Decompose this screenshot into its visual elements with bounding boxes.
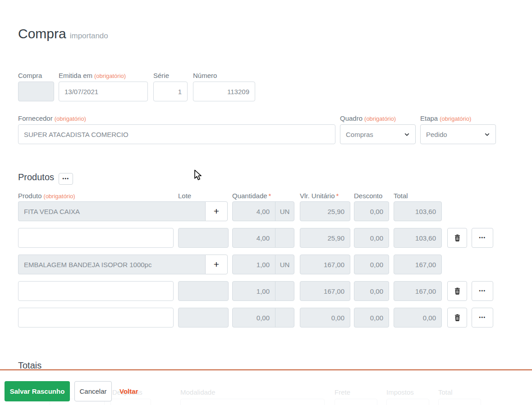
quantity-field: 0,00 — [232, 308, 294, 328]
product-search-input[interactable] — [18, 308, 174, 328]
numero-input[interactable] — [193, 82, 255, 101]
required-tag: (obrigatório) — [364, 115, 396, 122]
mouse-cursor-icon — [194, 169, 202, 182]
product-name-group: EMBALAGEM BANDEJA ISOPOR 1000pc + — [18, 255, 228, 274]
table-row: FITA VEDA CAIXA + 4,00 UN 25,90 0,00 103… — [0, 201, 532, 221]
total-field: 167,00 — [394, 255, 442, 274]
unit-field: UN — [275, 202, 294, 221]
unit-field — [275, 282, 294, 300]
plus-icon: + — [214, 206, 219, 217]
cancel-button[interactable]: Cancelar — [74, 381, 112, 401]
quantity-field: 1,00 — [232, 281, 294, 301]
col-desconto-header: Desconto — [354, 192, 382, 200]
ellipsis-icon: ••• — [479, 236, 486, 240]
col-total-header: Total — [394, 192, 408, 200]
footer-action-bar: Salvar Rascunho Cancelar Voltar — [0, 369, 532, 405]
total-field: 103,60 — [394, 201, 442, 221]
etapa-label: Etapa(obrigatório) — [420, 114, 471, 122]
ellipsis-icon: ••• — [62, 177, 69, 181]
row-options-button[interactable]: ••• — [472, 281, 493, 301]
quantity-field: 4,00 — [232, 228, 294, 248]
quadro-label: Quadro(obrigatório) — [340, 114, 396, 122]
required-tag: (obrigatório) — [44, 193, 75, 200]
total-field: 103,60 — [394, 228, 442, 248]
unit-field — [275, 308, 294, 327]
required-tag: (obrigatório) — [94, 73, 126, 79]
table-row: 1,00 167,00 0,00 167,00 ••• — [0, 281, 532, 301]
ellipsis-icon: ••• — [479, 315, 486, 320]
emitida-em-label: Emitida em(obrigatório) — [59, 72, 126, 79]
serie-input[interactable] — [153, 82, 188, 101]
products-section-title: Produtos — [18, 172, 54, 182]
unit-field: UN — [275, 255, 294, 274]
compra-label: Compra — [18, 72, 42, 79]
required-tag: (obrigatório) — [55, 115, 86, 122]
emitida-em-input[interactable] — [59, 82, 148, 101]
add-product-button[interactable]: + — [205, 255, 228, 274]
quadro-selected-value: Compras — [346, 131, 373, 138]
product-name-field: EMBALAGEM BANDEJA ISOPOR 1000pc — [18, 255, 205, 274]
table-row: EMBALAGEM BANDEJA ISOPOR 1000pc + 1,00 U… — [0, 255, 532, 274]
unit-price-field: 25,90 — [300, 228, 350, 248]
delete-row-button[interactable] — [447, 281, 467, 301]
trash-icon — [454, 287, 461, 295]
col-vlr-unitario-header: Vlr. Unitário* — [300, 192, 339, 200]
col-produto-header: Produto(obrigatório) — [18, 192, 75, 200]
quantity-field: 1,00 UN — [232, 255, 294, 274]
table-row: 4,00 25,90 0,00 103,60 ••• — [0, 228, 532, 248]
required-star: * — [269, 192, 271, 200]
compra-field — [18, 82, 54, 101]
trash-icon — [454, 234, 461, 241]
unit-price-field: 167,00 — [300, 281, 350, 301]
product-name-field: FITA VEDA CAIXA — [18, 201, 205, 221]
product-search-input[interactable] — [18, 228, 174, 248]
fornecedor-input[interactable] — [18, 124, 335, 144]
required-tag: (obrigatório) — [440, 115, 471, 122]
delete-row-button[interactable] — [447, 228, 467, 248]
page-title: Compraimportando — [18, 26, 108, 41]
lote-field — [178, 228, 229, 248]
row-options-button[interactable]: ••• — [472, 308, 493, 328]
purchase-form-page: Compraimportando Compra Emitida em(obrig… — [0, 0, 532, 405]
required-star: * — [336, 192, 339, 200]
numero-label: Número — [193, 72, 217, 79]
lote-field — [178, 281, 229, 301]
page-title-text: Compra — [18, 26, 66, 41]
total-field: 0,00 — [394, 308, 442, 328]
unit-field — [275, 228, 294, 247]
chevron-down-icon — [484, 132, 490, 137]
discount-field: 0,00 — [354, 281, 389, 301]
table-row: 0,00 0,00 0,00 0,00 ••• — [0, 308, 532, 328]
products-options-button[interactable]: ••• — [59, 173, 73, 185]
row-options-button[interactable]: ••• — [472, 228, 493, 248]
discount-field: 0,00 — [354, 255, 389, 274]
lote-field — [178, 308, 229, 328]
discount-field: 0,00 — [354, 201, 389, 221]
unit-price-field: 167,00 — [300, 255, 350, 274]
save-draft-button[interactable]: Salvar Rascunho — [5, 381, 70, 401]
ellipsis-icon: ••• — [479, 289, 486, 293]
product-search-input[interactable] — [18, 281, 174, 301]
delete-row-button[interactable] — [447, 308, 467, 328]
discount-field: 0,00 — [354, 308, 389, 328]
product-name-group: FITA VEDA CAIXA + — [18, 201, 228, 221]
quantity-field: 4,00 UN — [232, 201, 294, 221]
page-subtitle: importando — [70, 32, 108, 40]
plus-icon: + — [214, 259, 219, 270]
etapa-selected-value: Pedido — [426, 131, 447, 138]
add-product-button[interactable]: + — [205, 201, 228, 221]
etapa-select[interactable]: Pedido — [420, 124, 496, 144]
chevron-down-icon — [404, 132, 410, 137]
discount-field: 0,00 — [354, 228, 389, 248]
col-quantidade-header: Quantidade* — [232, 192, 271, 200]
quadro-select[interactable]: Compras — [340, 124, 416, 144]
unit-price-field: 25,90 — [300, 201, 350, 221]
serie-label: Série — [153, 72, 169, 79]
unit-price-field: 0,00 — [300, 308, 350, 328]
total-field: 167,00 — [394, 281, 442, 301]
back-link[interactable]: Voltar — [119, 387, 138, 395]
col-lote-header: Lote — [178, 192, 191, 200]
trash-icon — [454, 314, 461, 321]
fornecedor-label: Fornecedor(obrigatório) — [18, 114, 86, 122]
